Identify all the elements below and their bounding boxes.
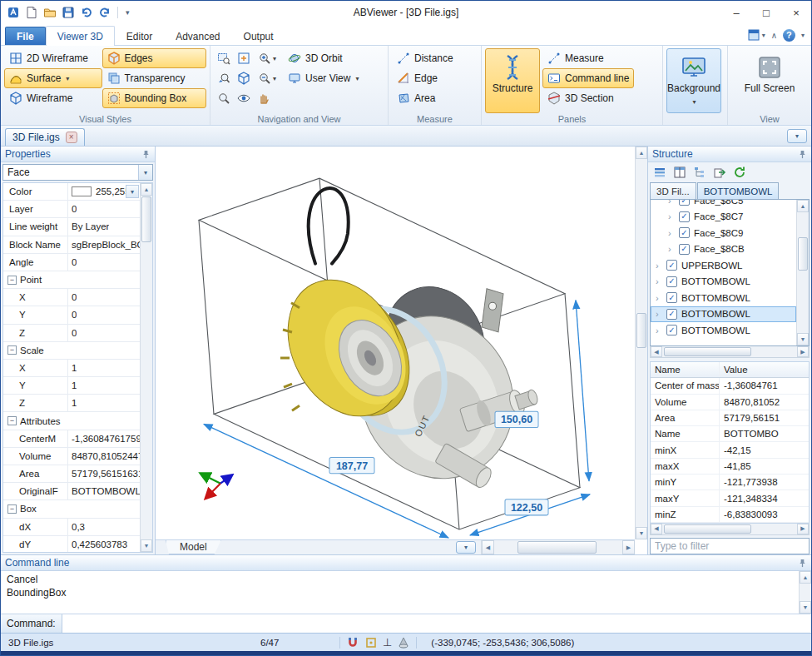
preview-button[interactable] <box>234 89 254 107</box>
chevron-right-icon[interactable]: › <box>668 244 675 254</box>
zoom-extents-button[interactable] <box>234 49 254 67</box>
scroll-thumb[interactable] <box>798 237 808 271</box>
property-category-row[interactable]: −Scale <box>3 342 140 360</box>
dropdown-arrow-icon[interactable]: ▾ <box>138 165 152 180</box>
button-2d-wireframe[interactable]: 2D Wireframe <box>4 48 102 68</box>
3d-viewport[interactable]: OUT 187,77 122,50 <box>156 147 647 554</box>
quick-access-caret-icon[interactable]: ▾ <box>122 8 133 17</box>
properties-scrollbar[interactable]: ▲ ▼ <box>140 183 152 552</box>
property-table-row[interactable]: Area57179,56151 <box>651 410 809 426</box>
checkbox-checked-icon[interactable]: ✓ <box>679 244 690 255</box>
viewport-vertical-scrollbar[interactable]: ▲ ▼ <box>635 147 647 539</box>
property-row[interactable]: Y0 <box>3 306 140 324</box>
property-row[interactable]: X1 <box>3 360 140 377</box>
structure-tab-file[interactable]: 3D Fil... <box>650 182 696 199</box>
help-caret-icon[interactable]: ▾ <box>801 32 805 39</box>
scroll-up-icon[interactable]: ▲ <box>800 571 811 584</box>
tree-item[interactable]: ›✓Face_$8C5 <box>651 200 796 209</box>
property-category-row[interactable]: −Box <box>3 500 140 518</box>
property-table-row[interactable]: minY-121,773938 <box>651 475 809 490</box>
checkbox-checked-icon[interactable]: ✓ <box>679 211 690 222</box>
layout-menu-button[interactable]: ▾ <box>456 541 476 554</box>
tree-item[interactable]: ›✓BOTTOMBOWL <box>651 322 796 339</box>
list-view-button[interactable] <box>652 165 667 180</box>
scroll-thumb[interactable] <box>664 524 751 534</box>
save-button[interactable] <box>60 4 77 21</box>
property-row[interactable]: Layer0 <box>3 201 140 218</box>
button-wireframe[interactable]: Wireframe <box>4 88 102 108</box>
checkbox-checked-icon[interactable]: ✓ <box>679 227 690 238</box>
scroll-thumb[interactable] <box>636 313 646 348</box>
property-table-row[interactable]: minX-42,15 <box>651 442 809 458</box>
chevron-right-icon[interactable]: › <box>668 211 675 221</box>
button-surface[interactable]: Surface▾ <box>4 68 102 88</box>
tree-item[interactable]: ›✓UPPERBOWL <box>651 257 796 274</box>
button-edge[interactable]: Edge <box>392 68 478 88</box>
columns-view-button[interactable] <box>672 165 687 180</box>
button-edges[interactable]: Edges <box>102 48 206 68</box>
scroll-down-icon[interactable]: ▼ <box>797 333 809 345</box>
button-structure-panel[interactable]: Structure <box>485 48 540 113</box>
tab-file[interactable]: File <box>5 27 46 45</box>
scroll-left-icon[interactable]: ◀ <box>482 540 494 554</box>
undo-button[interactable] <box>78 4 95 21</box>
property-table-row[interactable]: minZ-6,83830093 <box>651 507 809 523</box>
dropdown-arrow-icon[interactable]: ▾ <box>126 185 139 198</box>
tree-item[interactable]: ›✓BOTTOMBOWL <box>651 290 796 306</box>
property-row[interactable]: Z1 <box>3 395 140 412</box>
tab-advanced[interactable]: Advanced <box>164 27 231 45</box>
checkbox-checked-icon[interactable]: ✓ <box>666 309 677 320</box>
scroll-up-icon[interactable]: ▲ <box>797 200 809 212</box>
collapse-icon[interactable]: − <box>7 416 17 425</box>
property-category-row[interactable]: −Attributes <box>3 412 140 430</box>
scroll-right-icon[interactable]: ▶ <box>797 524 809 534</box>
chevron-right-icon[interactable]: › <box>668 200 675 206</box>
tab-list-menu-button[interactable]: ▾ <box>787 129 807 143</box>
column-header-value[interactable]: Value <box>719 362 809 377</box>
minimize-button[interactable]: – <box>721 2 751 23</box>
property-category-row[interactable]: −Point <box>3 271 140 289</box>
property-table-row[interactable]: maxX-41,85 <box>651 459 809 475</box>
button-measure-panel[interactable]: Measure <box>542 48 634 68</box>
zoom-out-button[interactable]: ▾ <box>254 69 280 87</box>
chevron-right-icon[interactable]: › <box>656 261 662 271</box>
tree-view-button[interactable] <box>692 165 707 180</box>
document-tab[interactable]: 3D File.igs × <box>5 128 85 146</box>
scroll-down-icon[interactable]: ▼ <box>800 601 811 614</box>
new-document-button[interactable] <box>23 4 40 21</box>
property-table-row[interactable]: maxY-121,348334 <box>651 490 809 506</box>
tree-vertical-scrollbar[interactable]: ▲ ▼ <box>796 200 809 345</box>
help-button[interactable]: ? <box>783 29 795 42</box>
object-snap-magnet-icon[interactable] <box>346 636 359 649</box>
scroll-up-icon[interactable]: ▲ <box>141 183 152 196</box>
pan-button[interactable] <box>254 89 274 107</box>
tree-item[interactable]: ›✓BOTTOMBOWL <box>651 306 796 323</box>
property-table-row[interactable]: Volume84870,81052 <box>651 395 809 410</box>
collapse-icon[interactable]: − <box>7 276 17 285</box>
ortho-icon[interactable]: ⊥ <box>383 636 392 649</box>
viewport-horizontal-scrollbar[interactable]: ◀ ▶ <box>481 540 635 554</box>
open-file-button[interactable] <box>42 4 58 21</box>
command-input[interactable] <box>62 614 811 633</box>
scroll-right-icon[interactable]: ▶ <box>797 346 809 357</box>
redo-button[interactable] <box>97 4 113 21</box>
ui-style-button[interactable]: ▾ <box>747 28 765 42</box>
scroll-left-icon[interactable]: ◀ <box>651 346 662 357</box>
property-row[interactable]: OriginalFBOTTOMBOWL <box>3 483 140 500</box>
button-background[interactable]: Background ▾ <box>666 48 721 113</box>
chevron-right-icon[interactable]: › <box>656 276 662 286</box>
property-row[interactable]: Block NamesgBrepBlock_BO <box>3 236 140 254</box>
scroll-right-icon[interactable]: ▶ <box>622 540 635 554</box>
chevron-right-icon[interactable]: › <box>668 228 675 238</box>
button-full-screen[interactable]: Full Screen <box>742 48 797 113</box>
button-transparency[interactable]: Transparency <box>102 68 206 88</box>
property-row[interactable]: Y1 <box>3 377 140 395</box>
property-row[interactable]: Area57179,56151631 <box>3 465 140 483</box>
scroll-left-icon[interactable]: ◀ <box>651 524 662 534</box>
zoom-button[interactable] <box>214 89 234 107</box>
scroll-up-icon[interactable]: ▲ <box>636 147 647 159</box>
tree-horizontal-scrollbar[interactable]: ◀ ▶ <box>650 346 810 358</box>
chevron-right-icon[interactable]: › <box>656 293 662 303</box>
pin-icon[interactable] <box>798 150 807 159</box>
command-history-scrollbar[interactable]: ▲ ▼ <box>799 571 811 614</box>
